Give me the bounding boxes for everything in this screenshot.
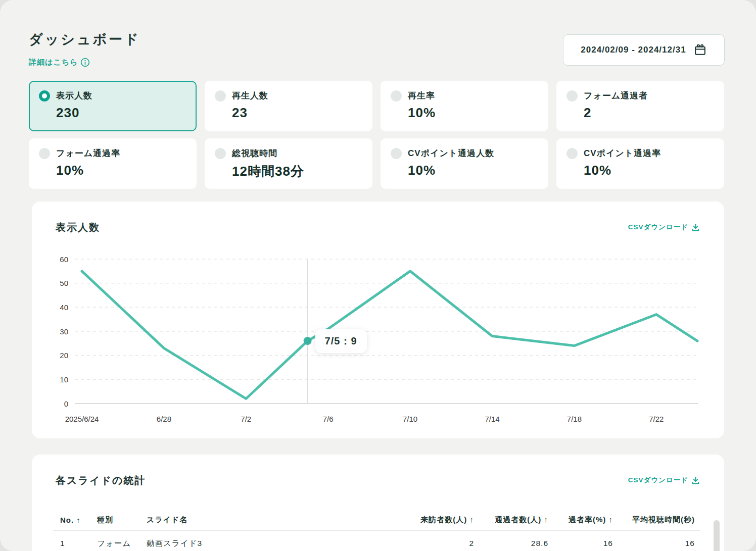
table-header-cell: 平均視聴時間(秒) [613,515,700,525]
radio-unselected-icon[interactable] [566,90,578,102]
chart-x-tick-label: 7/18 [567,415,582,423]
stat-card-label: 総視聴時間 [232,147,277,159]
radio-unselected-icon[interactable] [215,90,226,102]
stat-card-value: 23 [232,105,362,121]
chart-y-tick-label: 40 [60,303,68,312]
date-range-picker[interactable]: 2024/02/09 - 2024/12/31 [563,34,725,66]
stat-card-label: 再生人数 [232,90,268,102]
chart-x-tick-label: 7/2 [241,415,251,423]
stat-card-value: 230 [56,105,186,121]
calendar-icon [693,43,707,57]
table-header-cell: スライド名 [147,515,328,525]
stat-card-label: フォーム通過率 [56,147,120,159]
stat-card-label: 再生率 [408,90,435,102]
chart-y-tick-label: 50 [60,279,68,287]
radio-unselected-icon[interactable] [391,148,402,159]
stat-cards: 表示人数230再生人数23再生率10%フォーム通過者2フォーム通過率10%総視聴… [29,81,724,189]
table-header-cell[interactable]: No. ↑ [53,516,97,524]
stat-card-value: 2 [584,105,714,121]
csv-download-label: CSVダウンロード [628,476,688,485]
stat-card-value: 10% [56,163,186,178]
chart-y-tick-label: 0 [64,399,68,408]
chart-y-tick-label: 10 [60,375,68,384]
radio-selected-icon[interactable] [39,90,50,102]
table-csv-download-button[interactable]: CSVダウンロード [628,476,700,485]
slide-stats-card: 各スライドの統計 CSVダウンロード No. ↑種別スライド名来訪者数(人) ↑… [32,455,724,551]
stat-card-saisei-ritsu[interactable]: 再生率10% [381,81,548,131]
chart-x-tick-label: 7/14 [485,415,499,423]
chart-card: 表示人数 CSVダウンロード 01020304050602025/6/246/2… [32,202,724,438]
stat-card-form-tsukasha[interactable]: フォーム通過者2 [556,81,724,131]
stat-card-form-tsuka-ritsu[interactable]: フォーム通過率10% [29,138,197,189]
stat-card-value: 10% [584,163,714,178]
chart-x-tick-label: 7/6 [323,415,334,423]
table-title: 各スライドの統計 [56,474,146,487]
details-link-label: 詳細はこちら [29,58,78,67]
table-header-cell: 種別 [97,515,147,525]
dashboard-page: ダッシュボード 詳細はこちら 2024/02/09 - 2024/12/31 表… [0,0,756,551]
slide-stats-table: No. ↑種別スライド名来訪者数(人) ↑通過者数(人) ↑過者率(%) ↑平均… [53,509,700,551]
table-cell: 1 [53,539,97,548]
table-cell: 2 [328,539,474,548]
table-cell: 動画スライド3 [147,538,328,549]
radio-unselected-icon[interactable] [566,148,578,159]
chart-point-marker [304,337,312,345]
stat-card-cv-tsuka-ninzu[interactable]: CVポイント通過人数10% [381,138,548,189]
table-cell: 16 [548,539,613,548]
table-cell: 28.6 [474,539,548,548]
info-icon [80,58,90,67]
stat-card-label: 表示人数 [56,90,92,102]
stat-card-cv-tsuka-ritsu[interactable]: CVポイント通過率10% [556,138,724,189]
line-chart[interactable]: 01020304050602025/6/246/287/27/67/107/14… [32,202,724,438]
stat-card-value: 10% [408,163,538,178]
table-header-row: No. ↑種別スライド名来訪者数(人) ↑通過者数(人) ↑過者率(%) ↑平均… [53,509,700,531]
table-header-cell[interactable]: 過者率(%) ↑ [548,515,613,525]
stat-card-hyoji-ninzu[interactable]: 表示人数230 [29,81,197,131]
table-row: 1フォーム動画スライド3228.61616 [53,531,700,551]
chart-y-tick-label: 60 [60,255,68,264]
stat-card-label: フォーム通過者 [584,90,648,102]
radio-unselected-icon[interactable] [215,148,226,159]
chart-x-tick-label: 2025/6/24 [65,415,99,423]
chart-x-tick-label: 7/22 [649,415,664,423]
stat-card-so-shicho-jikan[interactable]: 総視聴時間12時間38分 [205,138,372,189]
table-header-cell[interactable]: 通過者数(人) ↑ [474,515,548,525]
details-link[interactable]: 詳細はこちら [29,58,90,67]
chart-tooltip: 7/5：9 [315,329,367,353]
radio-unselected-icon[interactable] [391,90,402,102]
chart-x-tick-label: 7/10 [403,415,417,423]
table-cell: フォーム [97,538,147,549]
date-range-value: 2024/02/09 - 2024/12/31 [581,45,686,55]
table-cell: 16 [613,539,700,548]
stat-card-value: 12時間38分 [232,163,362,180]
table-header-cell[interactable]: 来訪者数(人) ↑ [328,515,474,525]
stat-card-value: 10% [408,105,538,121]
page-title: ダッシュボード [29,30,140,48]
chart-y-tick-label: 30 [60,327,68,336]
chart-x-tick-label: 6/28 [157,415,171,423]
chart-y-tick-label: 20 [60,351,68,360]
download-icon [691,476,700,485]
vertical-scrollbar[interactable] [714,520,720,551]
stat-card-saisei-ninzu[interactable]: 再生人数23 [205,81,372,131]
stat-card-label: CVポイント通過人数 [408,147,494,159]
radio-unselected-icon[interactable] [39,148,50,159]
stat-card-label: CVポイント通過率 [584,147,661,159]
